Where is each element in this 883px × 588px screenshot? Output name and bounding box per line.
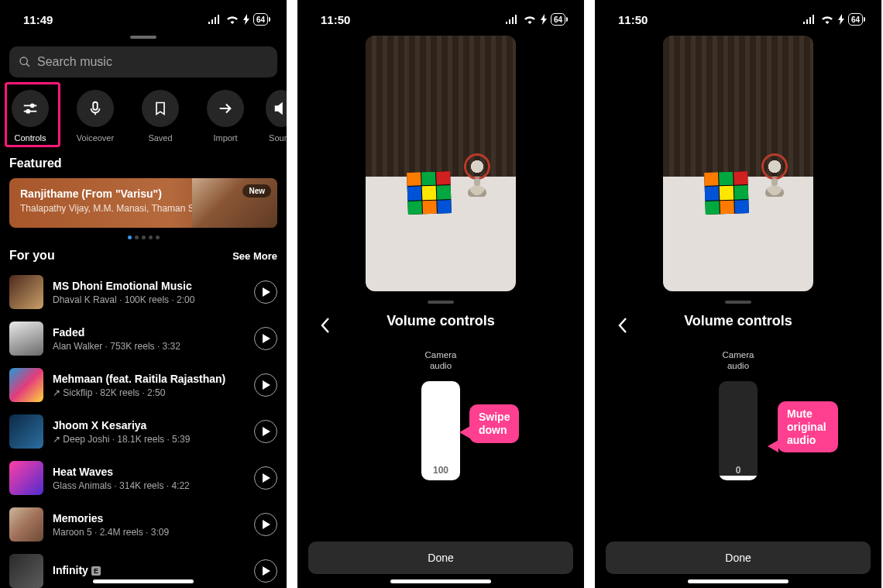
- track-row[interactable]: Mehmaan (feat. Raitila Rajasthan)↗ Sickf…: [9, 362, 277, 408]
- track-title: Memories: [53, 512, 245, 524]
- home-indicator[interactable]: [688, 579, 789, 583]
- track-subtitle: Dhaval K Raval · 100K reels · 2:00: [53, 294, 245, 305]
- status-bar: 11:50 64: [297, 0, 584, 31]
- track-row[interactable]: FadedAlan Walker · 753K reels · 3:32: [9, 315, 277, 362]
- track-cover: [9, 554, 43, 588]
- play-button[interactable]: [254, 513, 277, 536]
- track-title: InfinityE: [53, 564, 245, 576]
- track-subtitle: Maroon 5 · 2.4M reels · 3:09: [53, 527, 245, 538]
- svg-point-3: [31, 104, 34, 107]
- tool-import[interactable]: Import: [203, 90, 248, 143]
- track-subtitle: Glass Animals · 314K reels · 4:22: [53, 480, 245, 491]
- featured-title: Ranjithame (From "Varisu"): [20, 187, 209, 200]
- play-button[interactable]: [254, 327, 277, 350]
- video-preview[interactable]: [663, 36, 813, 291]
- slider-value: 100: [421, 465, 460, 476]
- play-button[interactable]: [254, 466, 277, 490]
- play-button[interactable]: [254, 373, 277, 397]
- chevron-left-icon: [617, 317, 628, 334]
- home-indicator[interactable]: [390, 579, 491, 583]
- volume-sheet: Volume controls Cameraaudio 100 Done: [297, 291, 584, 588]
- bookmark-icon: [153, 100, 168, 117]
- done-button[interactable]: Done: [606, 542, 871, 574]
- sheet-grab-handle[interactable]: [428, 301, 454, 304]
- battery-indicator: 64: [253, 13, 268, 26]
- track-title: Heat Waves: [53, 466, 245, 478]
- status-time: 11:49: [23, 13, 53, 26]
- annotation-swipe-down: Swipe down: [469, 404, 519, 443]
- explicit-badge: E: [91, 566, 101, 576]
- battery-indicator: 64: [848, 13, 863, 26]
- track-cover: [9, 461, 43, 495]
- back-button[interactable]: [313, 313, 338, 338]
- track-cover: [9, 414, 43, 449]
- signal-icon: [208, 15, 222, 24]
- track-title: Mehmaan (feat. Raitila Rajasthan): [53, 373, 245, 385]
- mic-icon: [87, 100, 104, 117]
- wifi-icon: [225, 15, 239, 24]
- play-icon: [263, 566, 270, 576]
- chevron-left-icon: [320, 317, 331, 334]
- featured-subtitle: Thalapathy Vijay, M.M. Manasi, Thaman S: [20, 203, 209, 214]
- status-indicators: 64: [505, 13, 565, 26]
- play-icon: [263, 287, 270, 297]
- see-more-link[interactable]: See More: [232, 250, 277, 262]
- play-icon: [263, 334, 270, 343]
- status-time: 11:50: [618, 13, 648, 26]
- svg-point-0: [20, 57, 27, 64]
- svg-rect-6: [93, 102, 98, 110]
- track-cover: [9, 507, 43, 542]
- camera-audio-column: Cameraaudio 100: [308, 329, 573, 480]
- play-button[interactable]: [254, 559, 277, 583]
- preview-object-bell: [761, 150, 789, 194]
- status-indicators: 64: [208, 13, 268, 26]
- track-cover: [9, 275, 43, 309]
- wifi-icon: [523, 15, 537, 24]
- track-row[interactable]: MS Dhoni Emotional MusicDhaval K Raval ·…: [9, 269, 277, 315]
- carousel-dots[interactable]: [0, 236, 287, 239]
- search-icon: [19, 56, 31, 68]
- annotation-mute-original: Mute original audio: [778, 401, 838, 452]
- lightning-icon: [243, 14, 249, 25]
- play-button[interactable]: [254, 420, 277, 443]
- tool-voiceover[interactable]: Voiceover: [73, 90, 118, 143]
- status-bar: 11:50 64: [595, 0, 881, 31]
- track-row[interactable]: MemoriesMaroon 5 · 2.4M reels · 3:09: [9, 501, 277, 548]
- track-title: Jhoom X Kesariya: [53, 419, 245, 432]
- signal-icon: [802, 15, 816, 24]
- video-preview[interactable]: [366, 36, 516, 291]
- search-placeholder: Search music: [37, 55, 112, 69]
- signal-icon: [505, 15, 519, 24]
- search-input[interactable]: Search music: [9, 46, 277, 77]
- slider-value: 0: [719, 465, 758, 476]
- sheet-grab-handle[interactable]: [130, 36, 156, 39]
- sheet-grab-handle[interactable]: [725, 301, 751, 304]
- done-button[interactable]: Done: [308, 542, 573, 574]
- featured-card[interactable]: Ranjithame (From "Varisu") Thalapathy Vi…: [9, 178, 277, 228]
- status-indicators: 64: [802, 13, 863, 26]
- screen-volume-controls-full: 11:50 64 Volume controls Cameraaudio: [297, 0, 584, 588]
- battery-indicator: 64: [551, 13, 565, 26]
- track-subtitle: ↗ Deep Joshi · 18.1K reels · 5:39: [53, 434, 245, 445]
- track-subtitle: Alan Walker · 753K reels · 3:32: [53, 341, 245, 352]
- play-icon: [263, 520, 270, 529]
- section-header-foryou: For you See More: [0, 244, 287, 269]
- track-list: MS Dhoni Emotional MusicDhaval K Raval ·…: [0, 269, 287, 588]
- home-indicator[interactable]: [93, 579, 194, 583]
- preview-object-bell: [463, 150, 491, 194]
- sheet-title: Volume controls: [684, 313, 792, 329]
- back-button[interactable]: [610, 313, 635, 338]
- track-row[interactable]: Jhoom X Kesariya↗ Deep Joshi · 18.1K ree…: [9, 408, 277, 455]
- track-row[interactable]: Heat WavesGlass Animals · 314K reels · 4…: [9, 455, 277, 501]
- track-cover: [9, 368, 43, 402]
- svg-line-1: [26, 64, 29, 67]
- camera-audio-slider[interactable]: 100: [421, 381, 460, 480]
- sliders-icon: [22, 100, 39, 117]
- tool-saved[interactable]: Saved: [138, 90, 183, 143]
- track-cover: [9, 322, 43, 356]
- tool-controls[interactable]: Controls: [8, 90, 53, 143]
- camera-audio-slider[interactable]: 0: [719, 381, 758, 480]
- tool-sound[interactable]: Sound: [268, 90, 287, 143]
- status-bar: 11:49 64: [0, 0, 287, 31]
- play-button[interactable]: [254, 280, 277, 304]
